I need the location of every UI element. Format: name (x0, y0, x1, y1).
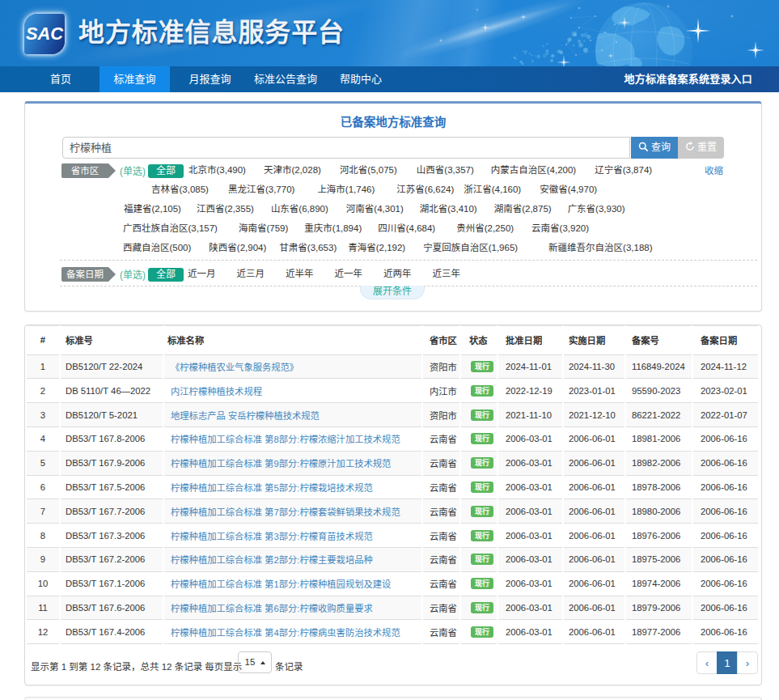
svg-text:SAC: SAC (26, 23, 64, 44)
